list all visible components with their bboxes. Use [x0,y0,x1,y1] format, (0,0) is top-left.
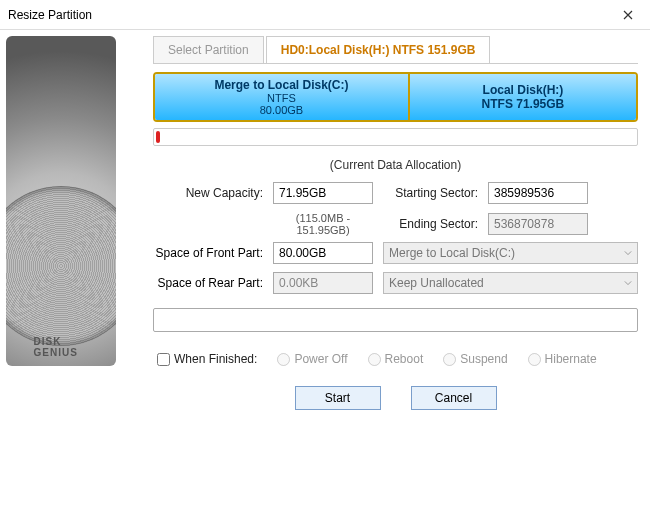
chevron-down-icon [624,249,632,257]
starting-sector-label: Starting Sector: [383,186,478,200]
close-icon [623,10,633,20]
side-illustration [0,30,135,515]
start-button[interactable]: Start [295,386,381,410]
front-action-value: Merge to Local Disk(C:) [389,246,515,260]
tabbar: Select Partition HD0:Local Disk(H:) NTFS… [153,36,638,64]
front-rear-rows: Space of Front Part: Merge to Local Disk… [153,242,638,294]
tab-selected-disk[interactable]: HD0:Local Disk(H:) NTFS 151.9GB [266,36,491,63]
option-power-off[interactable]: Power Off [277,352,347,366]
partition-size: 80.00GB [260,104,303,116]
close-button[interactable] [606,0,650,30]
partition-merge-c[interactable]: Merge to Local Disk(C:) NTFS 80.00GB [155,74,410,120]
main-panel: Select Partition HD0:Local Disk(H:) NTFS… [135,30,650,515]
chevron-down-icon [624,279,632,287]
front-part-input[interactable] [273,242,373,264]
progress-bar [153,308,638,332]
option-suspend[interactable]: Suspend [443,352,507,366]
titlebar: Resize Partition [0,0,650,30]
rear-part-label: Space of Rear Part: [153,276,263,290]
tab-select-partition[interactable]: Select Partition [153,36,264,63]
front-part-label: Space of Front Part: [153,246,263,260]
dialog-buttons: Start Cancel [153,386,638,410]
when-finished-row: When Finished: Power Off Reboot Suspend … [153,352,638,366]
capacity-range-hint: (115.0MB - 151.95GB) [273,212,373,236]
ending-sector-input [488,213,588,235]
new-capacity-input[interactable] [273,182,373,204]
allocation-heading: (Current Data Allocation) [153,158,638,172]
partition-fs: NTFS [267,92,296,104]
partition-bar[interactable]: Merge to Local Disk(C:) NTFS 80.00GB Loc… [153,72,638,122]
partition-title: Local Disk(H:) [483,83,564,97]
starting-sector-input[interactable] [488,182,588,204]
option-hibernate[interactable]: Hibernate [528,352,597,366]
rear-part-action-select[interactable]: Keep Unallocated [383,272,638,294]
new-capacity-label: New Capacity: [153,186,263,200]
when-finished-label: When Finished: [174,352,257,366]
cancel-button[interactable]: Cancel [411,386,497,410]
front-part-action-select[interactable]: Merge to Local Disk(C:) [383,242,638,264]
rear-part-input[interactable] [273,272,373,294]
partition-local-h[interactable]: Local Disk(H:) NTFS 71.95GB [410,74,636,120]
when-finished-check[interactable] [157,353,170,366]
disk-icon [6,36,116,366]
capacity-fields: New Capacity: Starting Sector: (115.0MB … [153,182,638,236]
range-slider[interactable] [153,128,638,146]
partition-fs: NTFS 71.95GB [482,97,565,111]
window-title: Resize Partition [8,8,92,22]
when-finished-checkbox[interactable]: When Finished: [157,352,257,366]
rear-action-value: Keep Unallocated [389,276,484,290]
partition-title: Merge to Local Disk(C:) [214,78,348,92]
ending-sector-label: Ending Sector: [383,217,478,231]
option-reboot[interactable]: Reboot [368,352,424,366]
content: Select Partition HD0:Local Disk(H:) NTFS… [0,30,650,515]
